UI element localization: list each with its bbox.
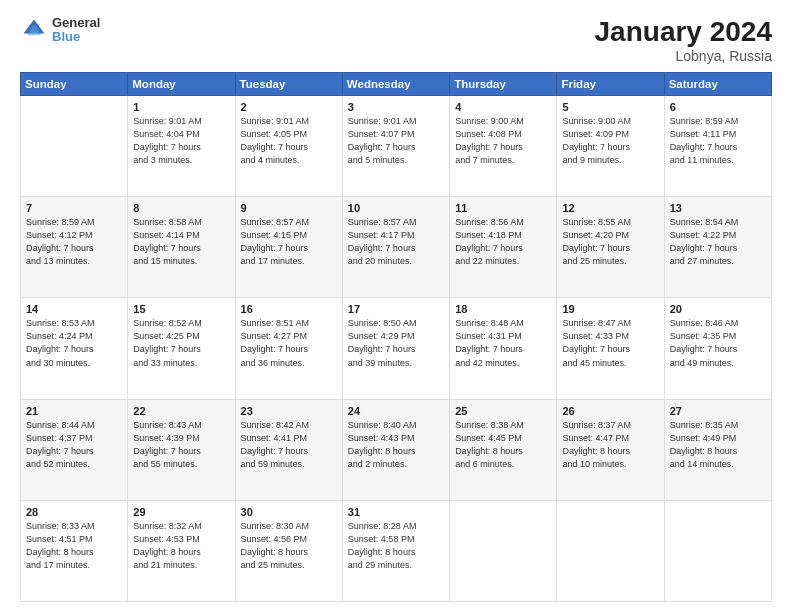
day-info: Sunrise: 8:51 AM Sunset: 4:27 PM Dayligh…	[241, 317, 337, 369]
day-number: 31	[348, 506, 444, 518]
calendar-week-2: 7Sunrise: 8:59 AM Sunset: 4:12 PM Daylig…	[21, 197, 772, 298]
day-number: 28	[26, 506, 122, 518]
day-info: Sunrise: 9:01 AM Sunset: 4:04 PM Dayligh…	[133, 115, 229, 167]
day-info: Sunrise: 8:44 AM Sunset: 4:37 PM Dayligh…	[26, 419, 122, 471]
day-info: Sunrise: 8:30 AM Sunset: 4:56 PM Dayligh…	[241, 520, 337, 572]
day-number: 14	[26, 303, 122, 315]
calendar-cell: 24Sunrise: 8:40 AM Sunset: 4:43 PM Dayli…	[342, 399, 449, 500]
calendar-cell: 18Sunrise: 8:48 AM Sunset: 4:31 PM Dayli…	[450, 298, 557, 399]
calendar-cell: 13Sunrise: 8:54 AM Sunset: 4:22 PM Dayli…	[664, 197, 771, 298]
day-info: Sunrise: 8:50 AM Sunset: 4:29 PM Dayligh…	[348, 317, 444, 369]
day-info: Sunrise: 8:33 AM Sunset: 4:51 PM Dayligh…	[26, 520, 122, 572]
calendar: Sunday Monday Tuesday Wednesday Thursday…	[20, 72, 772, 602]
day-info: Sunrise: 8:32 AM Sunset: 4:53 PM Dayligh…	[133, 520, 229, 572]
calendar-cell: 10Sunrise: 8:57 AM Sunset: 4:17 PM Dayli…	[342, 197, 449, 298]
day-number: 15	[133, 303, 229, 315]
col-saturday: Saturday	[664, 73, 771, 96]
calendar-week-1: 1Sunrise: 9:01 AM Sunset: 4:04 PM Daylig…	[21, 96, 772, 197]
calendar-cell: 25Sunrise: 8:38 AM Sunset: 4:45 PM Dayli…	[450, 399, 557, 500]
col-thursday: Thursday	[450, 73, 557, 96]
day-info: Sunrise: 8:28 AM Sunset: 4:58 PM Dayligh…	[348, 520, 444, 572]
day-info: Sunrise: 8:43 AM Sunset: 4:39 PM Dayligh…	[133, 419, 229, 471]
day-number: 3	[348, 101, 444, 113]
day-number: 17	[348, 303, 444, 315]
col-tuesday: Tuesday	[235, 73, 342, 96]
calendar-cell: 1Sunrise: 9:01 AM Sunset: 4:04 PM Daylig…	[128, 96, 235, 197]
month-year-title: January 2024	[595, 16, 772, 48]
calendar-cell: 26Sunrise: 8:37 AM Sunset: 4:47 PM Dayli…	[557, 399, 664, 500]
day-number: 20	[670, 303, 766, 315]
day-info: Sunrise: 8:59 AM Sunset: 4:11 PM Dayligh…	[670, 115, 766, 167]
day-number: 21	[26, 405, 122, 417]
col-sunday: Sunday	[21, 73, 128, 96]
day-number: 19	[562, 303, 658, 315]
day-number: 5	[562, 101, 658, 113]
page: General Blue January 2024 Lobnya, Russia…	[0, 0, 792, 612]
day-number: 23	[241, 405, 337, 417]
day-info: Sunrise: 9:00 AM Sunset: 4:08 PM Dayligh…	[455, 115, 551, 167]
calendar-week-4: 21Sunrise: 8:44 AM Sunset: 4:37 PM Dayli…	[21, 399, 772, 500]
calendar-cell	[664, 500, 771, 601]
calendar-week-3: 14Sunrise: 8:53 AM Sunset: 4:24 PM Dayli…	[21, 298, 772, 399]
calendar-cell: 27Sunrise: 8:35 AM Sunset: 4:49 PM Dayli…	[664, 399, 771, 500]
day-info: Sunrise: 8:35 AM Sunset: 4:49 PM Dayligh…	[670, 419, 766, 471]
day-info: Sunrise: 8:55 AM Sunset: 4:20 PM Dayligh…	[562, 216, 658, 268]
calendar-cell: 31Sunrise: 8:28 AM Sunset: 4:58 PM Dayli…	[342, 500, 449, 601]
day-info: Sunrise: 8:57 AM Sunset: 4:15 PM Dayligh…	[241, 216, 337, 268]
calendar-cell: 17Sunrise: 8:50 AM Sunset: 4:29 PM Dayli…	[342, 298, 449, 399]
calendar-cell: 28Sunrise: 8:33 AM Sunset: 4:51 PM Dayli…	[21, 500, 128, 601]
day-info: Sunrise: 8:53 AM Sunset: 4:24 PM Dayligh…	[26, 317, 122, 369]
calendar-cell: 30Sunrise: 8:30 AM Sunset: 4:56 PM Dayli…	[235, 500, 342, 601]
day-info: Sunrise: 8:54 AM Sunset: 4:22 PM Dayligh…	[670, 216, 766, 268]
day-info: Sunrise: 8:42 AM Sunset: 4:41 PM Dayligh…	[241, 419, 337, 471]
day-info: Sunrise: 8:38 AM Sunset: 4:45 PM Dayligh…	[455, 419, 551, 471]
calendar-cell: 12Sunrise: 8:55 AM Sunset: 4:20 PM Dayli…	[557, 197, 664, 298]
day-number: 26	[562, 405, 658, 417]
col-monday: Monday	[128, 73, 235, 96]
day-number: 4	[455, 101, 551, 113]
day-info: Sunrise: 8:37 AM Sunset: 4:47 PM Dayligh…	[562, 419, 658, 471]
col-wednesday: Wednesday	[342, 73, 449, 96]
day-number: 18	[455, 303, 551, 315]
calendar-cell: 16Sunrise: 8:51 AM Sunset: 4:27 PM Dayli…	[235, 298, 342, 399]
header-row: Sunday Monday Tuesday Wednesday Thursday…	[21, 73, 772, 96]
day-number: 8	[133, 202, 229, 214]
title-block: January 2024 Lobnya, Russia	[595, 16, 772, 64]
logo: General Blue	[20, 16, 100, 45]
calendar-cell: 9Sunrise: 8:57 AM Sunset: 4:15 PM Daylig…	[235, 197, 342, 298]
calendar-cell: 11Sunrise: 8:56 AM Sunset: 4:18 PM Dayli…	[450, 197, 557, 298]
day-info: Sunrise: 9:01 AM Sunset: 4:05 PM Dayligh…	[241, 115, 337, 167]
calendar-cell: 6Sunrise: 8:59 AM Sunset: 4:11 PM Daylig…	[664, 96, 771, 197]
day-info: Sunrise: 8:57 AM Sunset: 4:17 PM Dayligh…	[348, 216, 444, 268]
day-number: 29	[133, 506, 229, 518]
day-number: 22	[133, 405, 229, 417]
day-number: 6	[670, 101, 766, 113]
day-info: Sunrise: 8:46 AM Sunset: 4:35 PM Dayligh…	[670, 317, 766, 369]
calendar-cell: 22Sunrise: 8:43 AM Sunset: 4:39 PM Dayli…	[128, 399, 235, 500]
day-number: 24	[348, 405, 444, 417]
logo-icon	[20, 16, 48, 44]
logo-text: General Blue	[52, 16, 100, 45]
day-info: Sunrise: 8:48 AM Sunset: 4:31 PM Dayligh…	[455, 317, 551, 369]
day-number: 9	[241, 202, 337, 214]
day-number: 16	[241, 303, 337, 315]
calendar-cell: 7Sunrise: 8:59 AM Sunset: 4:12 PM Daylig…	[21, 197, 128, 298]
calendar-table: Sunday Monday Tuesday Wednesday Thursday…	[20, 72, 772, 602]
calendar-cell	[450, 500, 557, 601]
calendar-cell: 23Sunrise: 8:42 AM Sunset: 4:41 PM Dayli…	[235, 399, 342, 500]
col-friday: Friday	[557, 73, 664, 96]
day-number: 27	[670, 405, 766, 417]
location-subtitle: Lobnya, Russia	[595, 48, 772, 64]
calendar-cell: 21Sunrise: 8:44 AM Sunset: 4:37 PM Dayli…	[21, 399, 128, 500]
day-info: Sunrise: 8:58 AM Sunset: 4:14 PM Dayligh…	[133, 216, 229, 268]
day-number: 2	[241, 101, 337, 113]
calendar-cell: 5Sunrise: 9:00 AM Sunset: 4:09 PM Daylig…	[557, 96, 664, 197]
day-number: 30	[241, 506, 337, 518]
day-info: Sunrise: 9:01 AM Sunset: 4:07 PM Dayligh…	[348, 115, 444, 167]
calendar-cell	[557, 500, 664, 601]
logo-line1: General	[52, 16, 100, 30]
calendar-cell: 8Sunrise: 8:58 AM Sunset: 4:14 PM Daylig…	[128, 197, 235, 298]
day-number: 7	[26, 202, 122, 214]
header: General Blue January 2024 Lobnya, Russia	[20, 16, 772, 64]
day-number: 11	[455, 202, 551, 214]
